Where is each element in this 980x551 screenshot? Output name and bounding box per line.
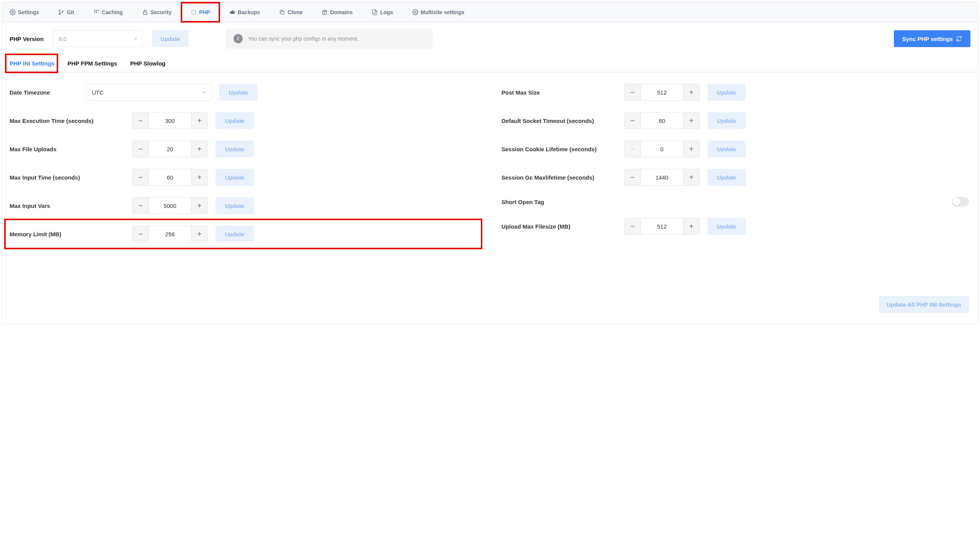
sess-cookie-lifetime-input[interactable]: [641, 141, 683, 157]
plus-button[interactable]: +: [683, 169, 700, 186]
row-short-open-tag: Short Open Tag: [501, 197, 970, 206]
date-timezone-select[interactable]: UTC: [86, 84, 212, 101]
plus-button[interactable]: +: [191, 112, 208, 129]
gear-icon: [10, 9, 16, 15]
subtab-slowlog[interactable]: PHP Slowlog: [130, 55, 165, 72]
tab-caching[interactable]: Caching: [90, 3, 127, 21]
row-sess-cookie-lifetime: Session Cookie Lifetime (seconds) − + Up…: [501, 141, 970, 157]
label-max-input-vars: Max Input Vars: [10, 203, 124, 209]
svg-rect-8: [96, 11, 97, 13]
short-open-tag-toggle[interactable]: [952, 197, 969, 206]
top-tabs: Settings Git Caching Security PHP: [2, 2, 978, 23]
settings-area: Date Timezone UTC Update Max Execution T…: [2, 72, 978, 250]
tab-domains[interactable]: Domains: [318, 3, 356, 21]
update-date-timezone-button[interactable]: Update: [219, 84, 258, 101]
clone-icon: [279, 9, 285, 15]
subtab-fpm[interactable]: PHP FPM Settings: [67, 55, 117, 72]
sync-php-label: Sync PHP settings: [902, 36, 953, 42]
upload-max-filesize-input[interactable]: [641, 218, 683, 235]
tab-security[interactable]: Security: [138, 3, 175, 21]
plus-button[interactable]: +: [683, 84, 700, 101]
svg-rect-6: [98, 10, 99, 11]
row-max-file-uploads: Max File Uploads − + Update: [10, 141, 479, 157]
row-max-input-vars: Max Input Vars − + Update: [10, 197, 479, 214]
plus-button[interactable]: +: [683, 112, 700, 129]
sess-gc-maxlifetime-input[interactable]: [641, 169, 683, 186]
plus-button[interactable]: +: [191, 226, 208, 242]
plus-button[interactable]: +: [683, 141, 700, 157]
tab-php[interactable]: PHP: [187, 3, 214, 21]
update-def-socket-timeout-button[interactable]: Update: [707, 112, 746, 129]
memory-limit-input[interactable]: [149, 226, 191, 242]
logs-icon: [372, 9, 378, 15]
app-container: Settings Git Caching Security PHP: [2, 2, 978, 324]
update-max-file-uploads-button[interactable]: Update: [216, 141, 254, 157]
plus-button[interactable]: +: [191, 169, 208, 186]
minus-button[interactable]: −: [132, 197, 149, 214]
info-banner: i You can sync your php configs in any m…: [226, 29, 433, 49]
tab-git[interactable]: Git: [54, 3, 78, 21]
minus-button[interactable]: −: [132, 141, 149, 157]
minus-button[interactable]: −: [624, 112, 641, 129]
info-text: You can sync your php configs in any mom…: [248, 36, 359, 42]
update-upload-max-filesize-button[interactable]: Update: [707, 218, 746, 235]
tab-settings[interactable]: Settings: [6, 3, 43, 21]
max-file-uploads-input[interactable]: [149, 141, 191, 157]
label-def-socket-timeout: Default Socket Timeout (seconds): [501, 118, 616, 124]
label-post-max-size: Post Max Size: [501, 89, 616, 96]
domains-icon: [322, 9, 328, 15]
plus-button[interactable]: +: [191, 141, 208, 157]
subtab-ini-label: PHP INI Settings: [10, 60, 54, 67]
update-max-exec-button[interactable]: Update: [216, 112, 254, 129]
svg-point-12: [415, 11, 416, 13]
caching-icon: [93, 9, 100, 15]
svg-point-0: [12, 11, 13, 13]
update-post-max-size-button[interactable]: Update: [707, 84, 746, 101]
max-input-time-input[interactable]: [149, 169, 191, 186]
php-version-select[interactable]: 8.0: [53, 30, 143, 47]
minus-button[interactable]: −: [132, 112, 149, 129]
tab-clone[interactable]: Clone: [275, 3, 306, 21]
svg-rect-4: [94, 10, 95, 11]
update-memory-limit-button[interactable]: Update: [216, 226, 254, 242]
footer-row: Update All PHP INI Settings: [2, 296, 978, 324]
update-sess-cookie-lifetime-button[interactable]: Update: [707, 141, 746, 157]
minus-button[interactable]: −: [624, 218, 641, 235]
gear-icon: [412, 9, 418, 15]
tab-logs[interactable]: Logs: [368, 3, 397, 21]
tab-backups-label: Backups: [238, 9, 260, 15]
update-sess-gc-maxlifetime-button[interactable]: Update: [707, 169, 746, 186]
def-socket-timeout-input[interactable]: [641, 112, 683, 129]
row-max-input-time: Max Input Time (seconds) − + Update: [10, 169, 479, 186]
minus-button[interactable]: −: [624, 169, 641, 186]
date-timezone-value: UTC: [92, 89, 104, 96]
tab-backups[interactable]: Backups: [225, 3, 264, 21]
svg-point-1: [59, 10, 60, 11]
update-max-input-vars-button[interactable]: Update: [216, 197, 254, 214]
tab-clone-label: Clone: [287, 9, 302, 15]
update-max-input-time-button[interactable]: Update: [216, 169, 254, 186]
update-all-button[interactable]: Update All PHP INI Settings: [879, 296, 969, 313]
sess-cookie-lifetime-stepper: − +: [624, 141, 700, 157]
row-memory-limit: Memory Limit (MB) − + Update: [10, 226, 479, 242]
tab-multisite[interactable]: Multisite settings: [408, 3, 468, 21]
tab-logs-label: Logs: [380, 9, 393, 15]
minus-button[interactable]: −: [624, 84, 641, 101]
subtab-ini[interactable]: PHP INI Settings: [10, 55, 54, 72]
max-exec-stepper: − +: [132, 112, 208, 129]
plus-button[interactable]: +: [683, 218, 700, 235]
max-exec-input[interactable]: [149, 112, 191, 129]
sync-php-button[interactable]: Sync PHP settings: [894, 30, 970, 47]
plus-button[interactable]: +: [191, 197, 208, 214]
minus-button[interactable]: −: [624, 141, 641, 157]
tab-multisite-label: Multisite settings: [421, 9, 464, 15]
svg-rect-10: [281, 11, 284, 14]
tab-domains-label: Domains: [330, 9, 353, 15]
max-input-vars-input[interactable]: [149, 197, 191, 214]
php-version-update-button[interactable]: Update: [152, 30, 188, 47]
minus-button[interactable]: −: [132, 226, 149, 242]
minus-button[interactable]: −: [132, 169, 149, 186]
tab-git-label: Git: [67, 9, 74, 15]
post-max-size-input[interactable]: [641, 84, 683, 101]
label-sess-gc-maxlifetime: Session Gc Maxlifetime (seconds): [501, 174, 616, 181]
